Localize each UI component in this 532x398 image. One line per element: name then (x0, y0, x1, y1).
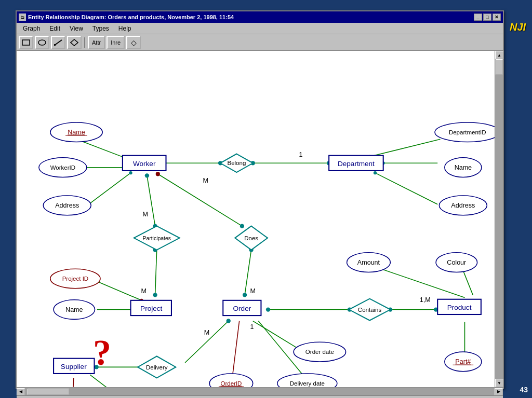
svg-text:Name: Name (65, 306, 83, 313)
svg-text:Contains: Contains (358, 307, 382, 313)
status-bar: Active: None Grid: 25@25 Zoom: 100% (17, 395, 503, 398)
svg-point-43 (243, 293, 247, 297)
bottom-area: ◀ ▶ Active: None Grid: 25@25 Zoom: 100% (17, 387, 503, 398)
svg-text:Product: Product (447, 304, 472, 311)
svg-rect-5 (17, 59, 495, 379)
menu-view[interactable]: View (65, 24, 87, 33)
svg-text:M: M (250, 287, 256, 295)
svg-text:WorkerID: WorkerID (50, 164, 75, 171)
horizontal-scrollbar[interactable]: ◀ ▶ (17, 387, 503, 395)
minimize-button[interactable]: _ (474, 13, 482, 21)
svg-point-44 (266, 307, 270, 311)
scroll-down-button[interactable]: ▼ (495, 379, 503, 387)
svg-text:M: M (204, 329, 209, 336)
toolbar: Attr Inre ◇ (17, 34, 503, 51)
svg-text:Department: Department (338, 160, 375, 168)
question-mark: ? (93, 335, 111, 371)
menu-bar: Graph Edit View Types Help (17, 23, 503, 34)
svg-text:Order date: Order date (305, 349, 334, 355)
attr-button[interactable]: Attr (88, 36, 105, 49)
svg-marker-4 (71, 39, 78, 46)
scroll-up-button[interactable]: ▲ (495, 51, 503, 59)
menu-types[interactable]: Types (88, 24, 113, 33)
svg-text:Address: Address (55, 202, 79, 209)
window-title: Entity Relationship Diagram: Orders and … (28, 14, 234, 20)
svg-text:Name: Name (455, 164, 472, 171)
svg-text:Delivery date: Delivery date (290, 380, 325, 387)
svg-text:Address: Address (451, 202, 475, 209)
svg-point-1 (38, 40, 46, 45)
corner-logo: NJI (506, 13, 529, 42)
inre-button[interactable]: Inre (107, 36, 125, 49)
svg-text:M: M (143, 211, 148, 218)
svg-point-48 (227, 319, 231, 323)
svg-text:Colour: Colour (447, 259, 466, 266)
menu-help[interactable]: Help (114, 24, 136, 33)
svg-text:1,M: 1,M (420, 296, 431, 304)
svg-point-36 (145, 173, 149, 177)
title-bar-left: 🗂 Entity Relationship Diagram: Orders an… (19, 13, 234, 21)
line-tool-button[interactable] (51, 36, 65, 49)
svg-text:Does: Does (244, 235, 258, 241)
scroll-thumb-h[interactable] (28, 389, 69, 395)
title-icon: 🗂 (19, 13, 26, 21)
svg-point-38 (156, 172, 160, 176)
scroll-track-h[interactable] (25, 388, 495, 395)
menu-graph[interactable]: Graph (19, 24, 44, 33)
svg-text:Worker: Worker (133, 160, 156, 168)
svg-text:Part#: Part# (455, 358, 471, 365)
vertical-scrollbar[interactable]: ▲ ▼ (495, 51, 503, 387)
ellipse-tool-button[interactable] (35, 36, 49, 49)
svg-text:OrderID: OrderID (221, 380, 242, 387)
svg-text:1: 1 (299, 151, 303, 158)
svg-rect-0 (22, 40, 30, 45)
svg-text:Name: Name (68, 129, 85, 136)
rect-tool-button[interactable] (19, 36, 33, 49)
toolbar-separator (84, 37, 85, 48)
scroll-track-v[interactable] (495, 59, 503, 379)
svg-point-41 (153, 293, 157, 297)
svg-text:1: 1 (250, 323, 254, 331)
title-bar: 🗂 Entity Relationship Diagram: Orders an… (17, 11, 503, 23)
svg-text:M: M (203, 177, 208, 184)
svg-text:Project ID: Project ID (62, 276, 89, 282)
svg-point-56 (374, 171, 377, 174)
svg-line-30 (73, 378, 74, 387)
slide-number: 43 (520, 386, 528, 394)
scroll-left-button[interactable]: ◀ (17, 388, 25, 395)
shape-button[interactable]: ◇ (126, 36, 141, 49)
svg-text:Supplier: Supplier (61, 363, 87, 370)
canvas-container: Worker Department Project Order Product … (17, 51, 503, 387)
scroll-thumb-v[interactable] (496, 59, 503, 75)
svg-point-39 (240, 224, 244, 228)
svg-line-2 (55, 40, 62, 45)
svg-text:Order: Order (233, 305, 251, 312)
svg-text:Project: Project (140, 305, 162, 312)
maximize-button[interactable]: □ (483, 13, 491, 21)
svg-text:DepartmentID: DepartmentID (449, 129, 486, 135)
scroll-right-button[interactable]: ▶ (495, 388, 503, 395)
diagram-canvas[interactable]: Worker Department Project Order Product … (17, 51, 495, 387)
svg-text:Delivery: Delivery (146, 364, 168, 370)
svg-text:Participates: Participates (142, 236, 171, 241)
main-window: 🗂 Entity Relationship Diagram: Orders an… (16, 10, 504, 389)
svg-text:M: M (141, 287, 146, 295)
svg-text:Amount: Amount (357, 259, 380, 266)
diamond-tool-button[interactable] (67, 36, 82, 49)
svg-text:Belong: Belong (228, 160, 246, 167)
title-buttons: _ □ ✕ (474, 13, 501, 21)
svg-point-52 (129, 171, 132, 174)
close-button[interactable]: ✕ (493, 13, 501, 21)
menu-edit[interactable]: Edit (45, 24, 64, 33)
